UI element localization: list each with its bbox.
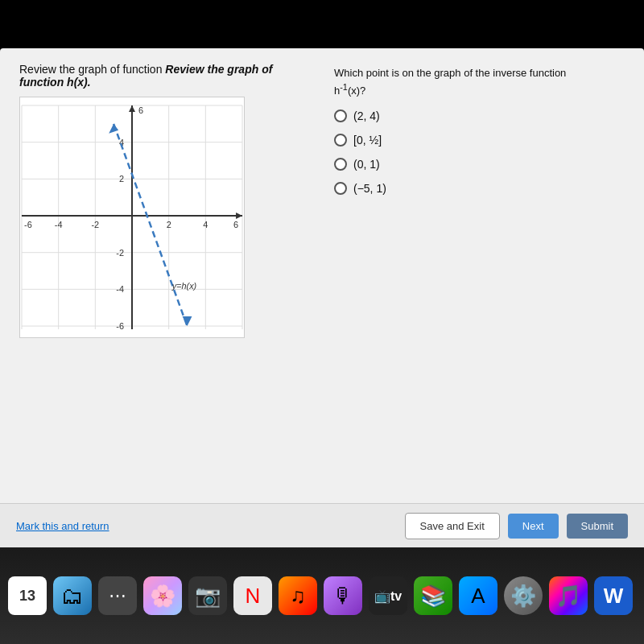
svg-text:-4: -4 — [116, 284, 124, 294]
bottom-buttons: Save and Exit Next Submit — [405, 513, 628, 539]
next-button[interactable]: Next — [508, 514, 559, 539]
radio-1[interactable] — [334, 109, 347, 122]
svg-text:y=h(x): y=h(x) — [171, 281, 197, 291]
taskbar-photo-icon[interactable]: 🌸 — [143, 576, 182, 615]
radio-2[interactable] — [334, 134, 347, 147]
taskbar: 13 🗂 ⋯ 🌸 📷 N ♫ 🎙 📺tv 📚 A ⚙️ 🎵 W — [0, 547, 644, 644]
svg-text:-6: -6 — [24, 220, 32, 229]
taskbar-word-icon[interactable]: W — [594, 576, 633, 615]
taskbar-siri-icon[interactable]: 🎵 — [549, 576, 588, 615]
svg-text:-2: -2 — [116, 248, 124, 258]
radio-3[interactable] — [334, 158, 347, 171]
main-screen: Review the graph of function Review the … — [0, 48, 644, 547]
option-text-1: (2, 4) — [353, 109, 380, 122]
taskbar-appstore-icon[interactable]: A — [459, 576, 497, 615]
review-label: Review the graph of function Review the … — [19, 63, 310, 89]
taskbar-finder-icon[interactable]: 🗂 — [53, 576, 92, 615]
option-item-2[interactable]: [0, ½] — [334, 134, 625, 147]
taskbar-dots-icon[interactable]: ⋯ — [98, 576, 137, 615]
option-item-1[interactable]: (2, 4) — [334, 109, 625, 122]
radio-4[interactable] — [334, 182, 347, 195]
option-item-4[interactable]: (−5, 1) — [334, 182, 625, 195]
svg-text:-2: -2 — [91, 220, 99, 229]
mark-return-link[interactable]: Mark this and return — [16, 520, 109, 532]
taskbar-music-icon[interactable]: ♫ — [279, 576, 317, 615]
svg-text:-6: -6 — [116, 321, 124, 331]
right-panel: Which point is on the graph of the inver… — [334, 63, 625, 338]
option-item-3[interactable]: (0, 1) — [334, 158, 625, 171]
svg-text:-4: -4 — [55, 220, 63, 229]
taskbar-podcast-icon[interactable]: 🎙 — [324, 576, 362, 615]
graph-container: -4 -2 2 4 6 -6 x 4 2 -2 -4 -6 6 — [19, 97, 245, 338]
taskbar-news-icon[interactable]: N — [233, 576, 272, 615]
svg-text:6: 6 — [138, 105, 143, 115]
options-list: (2, 4) [0, ½] (0, 1) (−5, 1) — [334, 109, 625, 195]
function-label: h-1(x)? — [334, 85, 365, 97]
option-text-2: [0, ½] — [353, 134, 382, 147]
svg-text:2: 2 — [119, 174, 124, 184]
graph-svg: -4 -2 2 4 6 -6 x 4 2 -2 -4 -6 6 — [20, 97, 244, 337]
option-text-4: (−5, 1) — [353, 182, 386, 195]
content-area: Review the graph of function Review the … — [0, 48, 644, 346]
taskbar-tv-icon[interactable]: 📺tv — [369, 576, 407, 615]
save-exit-button[interactable]: Save and Exit — [405, 513, 500, 539]
taskbar-camera-icon[interactable]: 📷 — [188, 576, 227, 615]
submit-button[interactable]: Submit — [567, 514, 628, 539]
left-panel: Review the graph of function Review the … — [19, 63, 310, 338]
option-text-3: (0, 1) — [353, 158, 380, 171]
bottom-bar: Mark this and return Save and Exit Next … — [0, 503, 644, 547]
taskbar-books-icon[interactable]: 📚 — [414, 576, 452, 615]
question-label: Which point is on the graph of the inver… — [334, 66, 625, 98]
svg-text:2: 2 — [167, 220, 171, 229]
svg-text:4: 4 — [203, 220, 208, 229]
taskbar-calendar-icon[interactable]: 13 — [8, 576, 47, 615]
svg-text:6: 6 — [233, 220, 238, 229]
taskbar-system-icon[interactable]: ⚙️ — [504, 576, 543, 615]
